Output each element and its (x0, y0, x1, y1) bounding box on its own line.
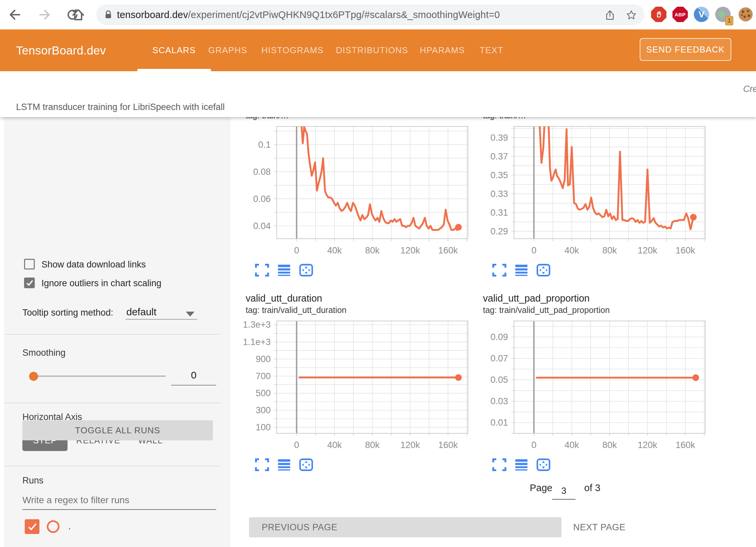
back-icon[interactable] (7, 7, 22, 22)
svg-text:120k: 120k (400, 440, 420, 450)
show-download-links-checkbox[interactable] (24, 259, 35, 269)
tab-histograms[interactable]: HISTOGRAMS (261, 29, 324, 71)
svg-text:160k: 160k (675, 245, 695, 255)
svg-text:0.06: 0.06 (253, 194, 271, 204)
tab-scalars[interactable]: SCALARS (152, 29, 196, 71)
smoothing-slider-thumb[interactable] (29, 372, 38, 381)
svg-text:100: 100 (256, 422, 271, 432)
svg-text:0.03: 0.03 (490, 396, 508, 406)
svg-text:0.01: 0.01 (490, 418, 508, 428)
app-header: TensorBoard.dev SCALARS GRAPHS HISTOGRAM… (0, 29, 756, 71)
svg-text:40k: 40k (327, 440, 342, 450)
runs-filter-underline (22, 509, 216, 510)
scalar-chart-plot[interactable]: 1003005007009001.1e+31.3e+3040k80k120k16… (234, 317, 471, 454)
flatten-lines-icon[interactable] (514, 263, 529, 277)
url-bar[interactable]: tensorboard.dev/experiment/cj2vtPiwQHKN9… (96, 4, 644, 25)
fit-domain-icon[interactable] (536, 263, 551, 277)
fullscreen-icon[interactable] (255, 458, 269, 471)
svg-text:1.3e+3: 1.3e+3 (243, 320, 271, 330)
chart-row-top: tag: train/… 0.040.060.080.1040k80k120k1… (231, 117, 756, 277)
url-text[interactable]: tensorboard.dev/experiment/cj2vtPiwQHKN9… (117, 9, 500, 20)
scalar-chart-plot[interactable]: 0.010.030.050.070.09040k80k120k160k (471, 317, 709, 454)
next-page-button[interactable]: NEXT PAGE (573, 517, 626, 537)
chart-tag: tag: train/valid_utt_duration (246, 304, 471, 316)
chevron-down-icon[interactable] (186, 312, 195, 317)
svg-text:0.35: 0.35 (490, 170, 508, 180)
scalar-chart-plot[interactable]: 0.290.310.330.350.370.39040k80k120k160k (471, 122, 709, 259)
run-checkbox[interactable] (25, 519, 39, 534)
toggle-all-runs-button[interactable]: TOGGLE ALL RUNS (22, 420, 213, 440)
vimium-extension-icon[interactable]: V (694, 7, 709, 22)
smoothing-value-input[interactable]: 0 (171, 369, 216, 381)
svg-text:0.37: 0.37 (490, 151, 508, 161)
extension-badge: 1 (725, 16, 733, 25)
fit-domain-icon[interactable] (536, 458, 551, 471)
fit-domain-icon[interactable] (299, 263, 313, 277)
cookie-extension-icon[interactable] (738, 7, 753, 22)
svg-text:160k: 160k (438, 440, 458, 450)
smoothing-slider-track[interactable] (36, 375, 166, 377)
chart-card-1: tag: train/… 0.290.310.330.350.370.39040… (471, 117, 709, 277)
runs-label: Runs (22, 475, 43, 486)
chart-tag: tag: train/… (483, 117, 709, 121)
fullscreen-icon[interactable] (492, 263, 507, 277)
page-number-input[interactable]: 3 (552, 486, 576, 500)
adblock-hand-extension-icon[interactable] (651, 7, 666, 22)
settings-sidebar: Show data download links Ignore outliers… (4, 117, 231, 547)
send-feedback-button[interactable]: SEND FEEDBACK (640, 38, 731, 61)
page-of-label: of 3 (584, 482, 600, 494)
tab-distributions[interactable]: DISTRIBUTIONS (336, 29, 408, 71)
tooltip-sorting-label: Tooltip sorting method: (22, 308, 113, 318)
flatten-lines-icon[interactable] (277, 458, 291, 471)
chart-row-bottom: valid_utt_duration tag: train/valid_utt_… (231, 292, 756, 471)
forward-icon[interactable] (37, 7, 52, 22)
scalar-chart-plot[interactable]: 0.040.060.080.1040k80k120k160k (234, 122, 471, 259)
svg-text:0: 0 (531, 245, 536, 255)
svg-text:0.05: 0.05 (490, 375, 508, 385)
chart-tag: tag: train/valid_utt_pad_proportion (483, 304, 709, 316)
svg-text:0.09: 0.09 (490, 332, 508, 342)
chart-toolbar (492, 263, 709, 277)
svg-text:0.33: 0.33 (490, 189, 508, 199)
created-text-clipped: Crea (743, 84, 756, 94)
experiment-header-band: Crea LSTM transducer training for LibriS… (0, 71, 756, 117)
chart-card-2: valid_utt_duration tag: train/valid_utt_… (234, 292, 471, 471)
fullscreen-icon[interactable] (255, 263, 269, 277)
tooltip-sorting-dropdown[interactable]: default (126, 306, 156, 318)
flatten-lines-icon[interactable] (514, 458, 529, 471)
browser-toolbar: tensorboard.dev/experiment/cj2vtPiwQHKN9… (0, 0, 756, 29)
smoothing-label: Smoothing (22, 348, 66, 358)
fullscreen-icon[interactable] (492, 458, 507, 471)
app-logo[interactable]: TensorBoard.dev (16, 29, 106, 71)
svg-text:80k: 80k (365, 440, 380, 450)
fit-domain-icon[interactable] (299, 458, 313, 471)
tab-text[interactable]: TEXT (480, 29, 503, 71)
status-extension-icon[interactable]: 1 (715, 7, 731, 22)
previous-page-button[interactable]: PREVIOUS PAGE (249, 517, 561, 537)
tab-hparams[interactable]: HPARAMS (420, 29, 465, 71)
bookmark-star-icon[interactable] (626, 9, 637, 21)
tab-graphs[interactable]: GRAPHS (208, 29, 247, 71)
run-name: . (68, 520, 71, 532)
abp-extension-icon[interactable]: ABP (672, 7, 688, 22)
svg-text:300: 300 (256, 405, 271, 415)
lock-icon (104, 10, 113, 19)
divider (4, 466, 221, 466)
svg-text:40k: 40k (327, 245, 342, 255)
chart-toolbar (255, 263, 471, 277)
runs-filter-input[interactable]: Write a regex to filter runs (22, 495, 129, 506)
ignore-outliers-checkbox[interactable] (24, 278, 35, 288)
svg-text:40k: 40k (564, 440, 579, 450)
run-color-swatch[interactable] (47, 520, 59, 533)
tooltip-sorting-underline (126, 319, 197, 320)
chart-tag: tag: train/… (246, 117, 471, 121)
share-icon[interactable] (604, 9, 616, 21)
svg-text:500: 500 (256, 388, 271, 398)
chart-card-0: tag: train/… 0.040.060.080.1040k80k120k1… (234, 117, 471, 277)
divider (4, 334, 221, 335)
home-icon[interactable] (71, 7, 86, 22)
svg-text:80k: 80k (365, 245, 380, 255)
flatten-lines-icon[interactable] (277, 263, 291, 277)
svg-text:0.08: 0.08 (253, 167, 271, 177)
svg-text:0.1: 0.1 (258, 140, 271, 150)
